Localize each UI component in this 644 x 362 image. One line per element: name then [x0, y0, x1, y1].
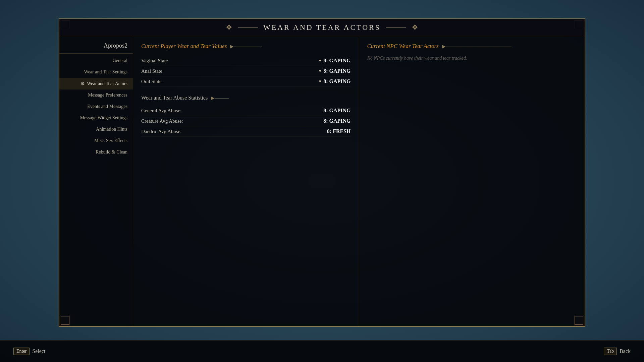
npc-section-title: Current NPC Wear Tear Actors	[367, 43, 439, 50]
oral-state-number: 8: GAPING	[323, 78, 351, 84]
stat-row-general-abuse: General Avg Abuse: 8: GAPING	[141, 106, 351, 116]
abuse-section-arrow: ▶———	[211, 95, 229, 101]
anal-state-value: ▼ 8: GAPING	[318, 68, 351, 74]
npc-section-header: Current NPC Wear Tear Actors ▶——————————…	[367, 43, 577, 50]
player-section-arrow: ▶——————	[230, 44, 262, 49]
vaginal-state-label: Vaginal State	[141, 58, 168, 64]
stat-row-oral: Oral State ▼ 8: GAPING	[141, 76, 351, 87]
general-abuse-value: 8: GAPING	[323, 108, 351, 114]
bottom-bar: Enter Select Tab Back	[0, 340, 644, 362]
sidebar-item-wear-and-tear-settings[interactable]: Wear and Tear Settings	[59, 66, 133, 78]
enter-hint: Enter Select	[13, 348, 45, 355]
tab-hint: Tab Back	[604, 348, 631, 355]
title-line-right	[386, 27, 406, 28]
player-section-header: Current Player Wear and Tear Values ▶———…	[141, 43, 351, 50]
player-column: Current Player Wear and Tear Values ▶———…	[133, 36, 359, 326]
title-bar: ❖ WEAR AND TEAR ACTORS ❖	[59, 19, 585, 36]
daedric-abuse-label: Daedric Avg Abuse:	[141, 129, 182, 134]
anal-state-number: 8: GAPING	[323, 68, 351, 74]
stat-row-vaginal: Vaginal State ▼ 8: GAPING	[141, 56, 351, 66]
abuse-section-header: Wear and Tear Abuse Statistics ▶———	[141, 95, 351, 101]
daedric-abuse-value: 0: FRESH	[327, 128, 351, 134]
oral-arrow-icon: ▼	[318, 79, 322, 84]
main-panel: ❖ WEAR AND TEAR ACTORS ❖ Apropos2 Genera…	[59, 18, 585, 327]
corner-decoration-bl	[59, 315, 71, 327]
deco-right-hex: ❖	[412, 23, 418, 32]
sidebar-item-animation-hints[interactable]: Animation Hints	[59, 124, 133, 135]
player-section-title: Current Player Wear and Tear Values	[141, 43, 227, 50]
sidebar-item-events-and-messages[interactable]: Events and Messages	[59, 101, 133, 112]
enter-label: Select	[32, 348, 45, 354]
stat-row-creature-abuse: Creature Avg Abuse: 8: GAPING	[141, 116, 351, 126]
creature-abuse-label: Creature Avg Abuse:	[141, 118, 183, 124]
sidebar-header: Apropos2	[59, 40, 133, 54]
sidebar-item-message-widget-settings[interactable]: Message Widget Settings	[59, 112, 133, 124]
stat-row-anal: Anal State ▼ 8: GAPING	[141, 66, 351, 76]
vaginal-state-number: 8: GAPING	[323, 58, 351, 64]
general-abuse-label: General Avg Abuse:	[141, 108, 182, 114]
tab-key: Tab	[604, 348, 617, 355]
oral-state-value: ▼ 8: GAPING	[318, 78, 351, 84]
sidebar-item-message-preferences[interactable]: Message Preferences	[59, 89, 133, 101]
sidebar-item-general[interactable]: General	[59, 55, 133, 66]
title-decoration: ❖ WEAR AND TEAR ACTORS ❖	[226, 23, 418, 32]
abuse-section: Wear and Tear Abuse Statistics ▶——— Gene…	[141, 95, 351, 137]
sidebar-item-wear-and-tear-actors[interactable]: Wear and Tear Actors	[59, 78, 133, 89]
content-area: Apropos2 General Wear and Tear Settings …	[59, 36, 585, 326]
stat-row-daedric-abuse: Daedric Avg Abuse: 0: FRESH	[141, 126, 351, 137]
deco-left-hex: ❖	[226, 23, 232, 32]
page-title: WEAR AND TEAR ACTORS	[263, 23, 381, 32]
enter-key: Enter	[13, 348, 30, 355]
right-content: Current Player Wear and Tear Values ▶———…	[133, 36, 585, 326]
oral-state-label: Oral State	[141, 79, 161, 84]
npc-placeholder-text: No NPCs currently have their wear and te…	[367, 56, 577, 61]
title-line-left	[238, 27, 258, 28]
sidebar-item-misc-sex-effects[interactable]: Misc. Sex Effects	[59, 135, 133, 146]
sidebar: Apropos2 General Wear and Tear Settings …	[59, 36, 133, 326]
anal-arrow-icon: ▼	[318, 69, 322, 74]
vaginal-arrow-icon: ▼	[318, 58, 322, 63]
anal-state-label: Anal State	[141, 68, 162, 74]
sidebar-item-rebuild-and-clean[interactable]: Rebuild & Clean	[59, 146, 133, 158]
npc-section-arrow: ▶——————————————	[442, 44, 512, 49]
vaginal-state-value: ▼ 8: GAPING	[318, 58, 351, 64]
corner-decoration-br	[573, 315, 585, 327]
creature-abuse-value: 8: GAPING	[323, 118, 351, 124]
tab-label: Back	[620, 348, 631, 354]
npc-column: Current NPC Wear Tear Actors ▶——————————…	[359, 36, 585, 326]
abuse-section-title: Wear and Tear Abuse Statistics	[141, 95, 208, 101]
